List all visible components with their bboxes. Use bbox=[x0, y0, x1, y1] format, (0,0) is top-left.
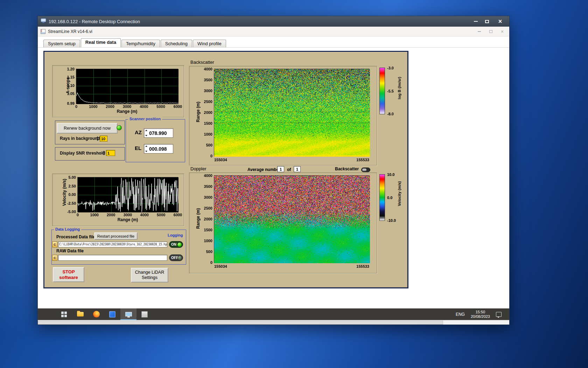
rays-value-field[interactable]: 10 bbox=[100, 136, 107, 142]
processed-drive-badge[interactable]: C bbox=[52, 241, 57, 247]
raw-logging-toggle[interactable]: OFF bbox=[169, 254, 183, 261]
spin-down-icon[interactable] bbox=[145, 135, 147, 136]
snr-spinner[interactable] bbox=[102, 150, 106, 156]
raw-drive-badge[interactable]: C bbox=[52, 255, 57, 261]
tab-scheduling[interactable]: Scheduling bbox=[161, 40, 192, 47]
renew-background-button[interactable]: Renew background now bbox=[57, 123, 118, 134]
spin-up-icon[interactable] bbox=[96, 136, 99, 138]
background-led-indicator bbox=[117, 125, 122, 130]
desktop-wallpaper: 192.168.0.122 - Remote Desktop Connectio… bbox=[0, 0, 588, 368]
az-spinner[interactable] bbox=[145, 129, 148, 137]
tab-system-setup[interactable]: System setup bbox=[43, 40, 80, 47]
spin-down-icon[interactable] bbox=[103, 154, 105, 155]
labview-app-icon bbox=[41, 29, 46, 34]
remote-desktop: StreamLine XR v14-6.vi × System setup Re… bbox=[38, 27, 509, 325]
az-value-field[interactable]: 078.990 bbox=[144, 128, 173, 138]
scanner-position-group: Scanner position bbox=[126, 119, 185, 162]
stop-software-button[interactable]: STOP software bbox=[53, 267, 84, 282]
taskbar-scan-app[interactable] bbox=[136, 308, 153, 320]
taskbar-clock[interactable]: 15:50 20/08/2023 bbox=[471, 310, 490, 319]
blue-app-icon bbox=[109, 311, 115, 318]
notification-center-icon[interactable] bbox=[496, 312, 502, 317]
spin-up-icon[interactable] bbox=[103, 151, 105, 152]
backscatter-title: Backscatter bbox=[190, 60, 214, 65]
stop-line2: software bbox=[59, 275, 78, 280]
velocity-plot: 5.002.500.00-2.50-5.00 01000200030004000… bbox=[77, 177, 178, 212]
backscatter-y-axis-label: Range (m) bbox=[196, 102, 201, 122]
windows-logo-icon bbox=[61, 312, 67, 317]
doppler-title: Doppler bbox=[190, 166, 206, 171]
doppler-heatmap: 40003500300025002000150010005000 155034 … bbox=[214, 175, 370, 263]
doppler-colorbar-label: Velocity (m/s) bbox=[397, 181, 401, 206]
spin-down-icon[interactable] bbox=[96, 139, 99, 141]
spin-up-icon[interactable] bbox=[145, 130, 147, 131]
taskbar-file-explorer[interactable] bbox=[72, 308, 88, 320]
app-titlebar[interactable]: StreamLine XR v14-6.vi × bbox=[38, 27, 509, 36]
processed-logging-toggle[interactable]: ON bbox=[169, 241, 183, 248]
rdp-icon bbox=[41, 18, 46, 25]
maximize-icon bbox=[485, 20, 489, 23]
on-label: ON bbox=[171, 243, 176, 246]
az-label: AZ bbox=[135, 129, 142, 135]
tab-wind-profile[interactable]: Wind profile bbox=[193, 40, 226, 47]
raw-data-file-label: RAW Data file bbox=[56, 248, 84, 253]
taskbar-app-blue[interactable] bbox=[104, 308, 120, 320]
ascope-plot: 1.201.151.101.050.99 0100020003000400050… bbox=[76, 69, 178, 104]
raw-path-field[interactable] bbox=[58, 255, 167, 261]
doppler-y-axis-label: Range (m) bbox=[196, 208, 201, 229]
change-line1: Change LiDAR bbox=[135, 270, 164, 275]
el-label: EL bbox=[135, 145, 141, 151]
rays-spinner[interactable] bbox=[96, 136, 99, 142]
backscatter-colorbar-label: log B (/m/sr) bbox=[397, 77, 401, 99]
change-lidar-settings-button[interactable]: Change LiDAR Settings bbox=[131, 268, 168, 282]
app-close-button[interactable]: × bbox=[501, 29, 504, 34]
doppler-colorbar: 10.00.0-10.0 bbox=[379, 174, 385, 221]
language-indicator[interactable]: ENG bbox=[456, 312, 465, 317]
taskbar-streamline-app[interactable] bbox=[120, 308, 136, 320]
tab-temp-humidity[interactable]: Temp/humidity bbox=[121, 40, 160, 47]
taskbar-firefox[interactable] bbox=[88, 308, 104, 320]
app-minimize-button[interactable] bbox=[478, 31, 481, 32]
average-number-field[interactable]: 1 bbox=[277, 166, 284, 172]
scanner-position-title: Scanner position bbox=[128, 117, 162, 121]
average-of-field[interactable]: 1 bbox=[294, 166, 301, 172]
taskbar: ENG 15:50 20/08/2023 bbox=[38, 308, 509, 320]
clock-date: 20/08/2023 bbox=[471, 314, 490, 319]
app-restore-button[interactable] bbox=[489, 30, 492, 33]
minimize-icon bbox=[474, 21, 478, 22]
el-spinner[interactable] bbox=[145, 145, 148, 153]
spin-down-icon[interactable] bbox=[145, 151, 147, 152]
start-button[interactable] bbox=[56, 308, 72, 320]
doppler-canvas bbox=[214, 176, 370, 263]
rays-in-background-label: Rays in background bbox=[60, 136, 100, 141]
el-value-field[interactable]: 000.098 bbox=[144, 144, 173, 154]
backscatter-heatmap: 40003500300025002000150010005000 155034 … bbox=[214, 69, 370, 156]
rdp-window: 192.168.0.122 - Remote Desktop Connectio… bbox=[37, 16, 510, 325]
velocity-y-axis-label: Velocity (m/s) bbox=[62, 179, 67, 206]
rdp-maximize-button[interactable] bbox=[481, 16, 492, 27]
rdp-close-button[interactable]: × bbox=[492, 16, 508, 27]
toggle-knob-icon bbox=[362, 169, 366, 171]
ascope-canvas bbox=[76, 69, 178, 104]
scrollbar-thumb[interactable] bbox=[38, 321, 443, 325]
average-number-label: Average number bbox=[247, 167, 280, 172]
horizontal-scrollbar[interactable] bbox=[38, 320, 509, 325]
spin-up-icon[interactable] bbox=[145, 145, 147, 147]
velocity-x-axis-label: Range (m) bbox=[77, 217, 178, 222]
processed-path-field[interactable]: C:\LiDAR\Data\Proc\2023\202308\20230820\… bbox=[58, 241, 167, 247]
led-off-icon bbox=[178, 256, 182, 260]
el-value: 000.098 bbox=[149, 146, 167, 152]
tab-divider bbox=[38, 47, 509, 48]
rdp-window-title: 192.168.0.122 - Remote Desktop Connectio… bbox=[49, 19, 140, 24]
ascope-y-axis-label: A-scope bbox=[65, 77, 70, 94]
rdp-titlebar[interactable]: 192.168.0.122 - Remote Desktop Connectio… bbox=[38, 16, 509, 27]
tab-real-time-data[interactable]: Real time data bbox=[81, 38, 121, 47]
snr-value-field[interactable]: 1 bbox=[106, 150, 115, 156]
app-title: StreamLine XR v14-6.vi bbox=[48, 29, 92, 34]
velocity-canvas bbox=[78, 177, 178, 212]
restart-processed-file-button[interactable]: Restart processed file bbox=[94, 232, 138, 240]
backscatter-toggle-switch[interactable] bbox=[361, 168, 370, 172]
tab-bar: System setup Real time data Temp/humidit… bbox=[43, 39, 227, 47]
rdp-minimize-button[interactable] bbox=[470, 16, 481, 27]
led-on-icon bbox=[177, 243, 182, 247]
